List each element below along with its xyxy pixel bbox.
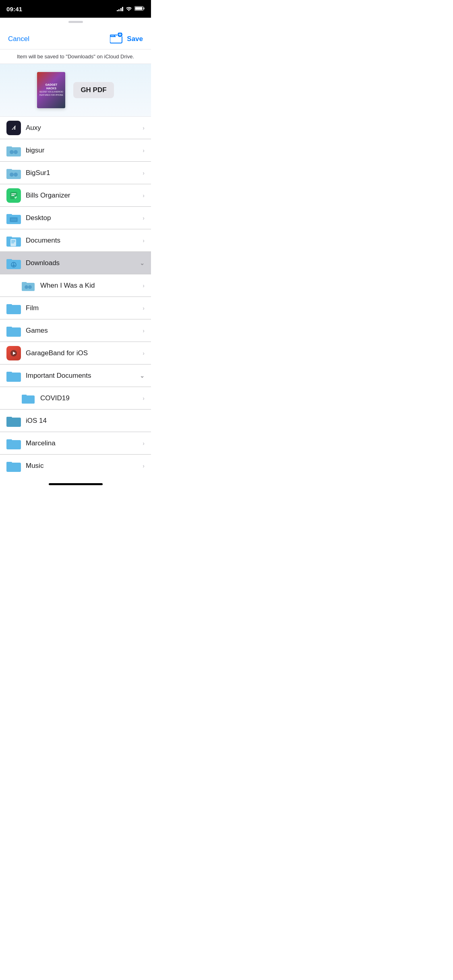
auxy-icon: 𝐴 bbox=[6, 121, 21, 135]
svg-rect-50 bbox=[6, 439, 12, 442]
item-label: Bills Organizer bbox=[26, 191, 139, 200]
ios14-folder-icon bbox=[6, 414, 21, 428]
item-label: iOS 14 bbox=[26, 417, 145, 425]
svg-rect-17 bbox=[11, 194, 16, 194]
home-indicator-area bbox=[0, 477, 151, 491]
chevron-right-icon: › bbox=[143, 215, 145, 221]
svg-rect-41 bbox=[6, 327, 12, 329]
cancel-button[interactable]: Cancel bbox=[8, 35, 29, 43]
svg-point-14 bbox=[10, 173, 14, 177]
item-label: GarageBand for iOS bbox=[26, 349, 139, 357]
item-label: Documents bbox=[26, 237, 139, 245]
bigsur1-folder-icon bbox=[6, 166, 21, 180]
chevron-right-icon: › bbox=[143, 170, 145, 176]
chevron-right-icon: › bbox=[143, 147, 145, 154]
list-item[interactable]: Bills Organizer › bbox=[0, 184, 151, 207]
chevron-right-icon: › bbox=[143, 350, 145, 356]
svg-rect-9 bbox=[6, 146, 12, 149]
header-actions: Save bbox=[110, 33, 143, 45]
chevron-down-icon: ⌄ bbox=[140, 373, 145, 379]
list-item[interactable]: iOS 14 bbox=[0, 410, 151, 432]
list-item[interactable]: bigsur › bbox=[0, 139, 151, 162]
chevron-right-icon: › bbox=[143, 305, 145, 311]
wifi-icon bbox=[126, 5, 132, 12]
item-label: Desktop bbox=[26, 214, 139, 222]
status-icons bbox=[117, 5, 145, 12]
svg-rect-28 bbox=[11, 241, 15, 242]
svg-rect-48 bbox=[6, 417, 12, 419]
file-preview-area: GADGETHACKSSECRET iOS & ANDROIDFEATURES … bbox=[0, 64, 151, 117]
item-label: Marcelina bbox=[26, 439, 139, 447]
chevron-right-icon: › bbox=[143, 327, 145, 334]
desktop-folder-icon bbox=[6, 211, 21, 225]
svg-rect-13 bbox=[6, 169, 12, 171]
new-folder-button[interactable] bbox=[110, 33, 123, 45]
garageband-icon bbox=[6, 346, 21, 360]
documents-folder-icon bbox=[6, 233, 21, 248]
svg-rect-29 bbox=[11, 243, 14, 243]
downloads-list-item[interactable]: Downloads ⌄ bbox=[0, 252, 151, 274]
chevron-right-icon: › bbox=[143, 125, 145, 131]
list-item[interactable]: 𝐴 Auxy › bbox=[0, 117, 151, 139]
chevron-right-icon: › bbox=[143, 395, 145, 401]
svg-rect-46 bbox=[22, 395, 27, 397]
chevron-right-icon: › bbox=[143, 463, 145, 469]
svg-rect-44 bbox=[6, 372, 12, 374]
downloads-folder-icon bbox=[6, 256, 21, 270]
list-item[interactable]: GarageBand for iOS › bbox=[0, 342, 151, 364]
signal-icon bbox=[117, 6, 124, 11]
chevron-right-icon: › bbox=[143, 440, 145, 447]
svg-rect-2 bbox=[135, 7, 143, 10]
svg-rect-39 bbox=[6, 304, 12, 307]
item-label: BigSur1 bbox=[26, 169, 139, 177]
thumbnail-text: GADGETHACKSSECRET iOS & ANDROIDFEATURES … bbox=[39, 83, 63, 97]
item-label: Film bbox=[26, 304, 139, 312]
save-button[interactable]: Save bbox=[127, 35, 143, 43]
file-thumbnail: GADGETHACKSSECRET iOS & ANDROIDFEATURES … bbox=[37, 72, 65, 108]
item-label: bigsur bbox=[26, 146, 139, 154]
bills-icon bbox=[6, 188, 21, 203]
chevron-right-icon: › bbox=[143, 192, 145, 199]
item-label: Important Documents bbox=[26, 372, 137, 380]
item-label: COVID19 bbox=[40, 394, 139, 402]
list-item[interactable]: When I Was a Kid › bbox=[0, 274, 151, 297]
list-item[interactable]: Marcelina › bbox=[0, 432, 151, 455]
save-location-info: Item will be saved to "Downloads" on iCl… bbox=[0, 49, 151, 64]
music-folder-icon bbox=[6, 459, 21, 473]
item-label: Auxy bbox=[26, 124, 139, 132]
list-item[interactable]: BigSur1 › bbox=[0, 162, 151, 184]
item-label: Music bbox=[26, 462, 139, 470]
list-item[interactable]: Games › bbox=[0, 319, 151, 342]
item-label: When I Was a Kid bbox=[40, 282, 139, 290]
item-label: Downloads bbox=[26, 259, 137, 267]
covid19-folder-icon bbox=[21, 391, 35, 406]
svg-rect-27 bbox=[11, 240, 15, 241]
svg-rect-25 bbox=[6, 237, 12, 239]
svg-rect-52 bbox=[6, 462, 12, 464]
svg-point-37 bbox=[28, 285, 32, 289]
chevron-right-icon: › bbox=[143, 237, 145, 244]
bigsur-folder-icon bbox=[6, 143, 21, 158]
svg-rect-35 bbox=[22, 282, 27, 284]
list-item[interactable]: Film › bbox=[0, 297, 151, 319]
sheet-handle bbox=[68, 21, 83, 23]
dialog-header: Cancel Save bbox=[0, 26, 151, 49]
svg-rect-31 bbox=[6, 259, 12, 261]
svg-rect-1 bbox=[144, 8, 145, 10]
important-documents-folder-icon bbox=[6, 369, 21, 383]
important-documents-list-item[interactable]: Important Documents ⌄ bbox=[0, 364, 151, 387]
svg-point-11 bbox=[14, 150, 18, 154]
marcelina-folder-icon bbox=[6, 436, 21, 451]
svg-point-36 bbox=[25, 285, 28, 289]
file-name-badge: GH PDF bbox=[73, 82, 114, 98]
chevron-right-icon: › bbox=[143, 282, 145, 289]
save-dialog: Cancel Save Item will be saved to "Downl… bbox=[0, 26, 151, 477]
svg-rect-18 bbox=[11, 195, 14, 196]
list-item[interactable]: COVID19 › bbox=[0, 387, 151, 410]
status-time: 09:41 bbox=[6, 6, 22, 12]
file-list: 𝐴 Auxy › bigsur › bbox=[0, 117, 151, 477]
chevron-down-icon: ⌄ bbox=[140, 260, 145, 266]
list-item[interactable]: Desktop › bbox=[0, 207, 151, 229]
list-item[interactable]: Music › bbox=[0, 455, 151, 477]
list-item[interactable]: Documents › bbox=[0, 229, 151, 252]
